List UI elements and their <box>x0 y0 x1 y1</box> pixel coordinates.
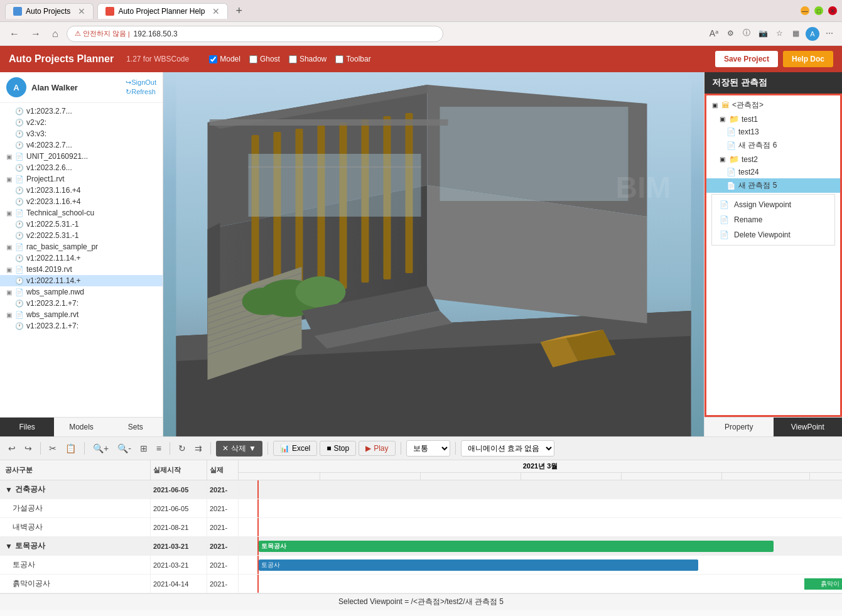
speed-select[interactable]: 보통 느리게 빠르게 <box>406 440 450 457</box>
undo-button[interactable]: ↩ <box>5 441 19 455</box>
redo-button[interactable]: ↪ <box>21 441 35 455</box>
expand-icon[interactable]: ▼ <box>5 485 13 494</box>
tree-item[interactable]: 🕐 v1:2023.2.1.+7: <box>0 320 163 332</box>
sign-out-link[interactable]: ↪SignOut <box>126 78 156 87</box>
stop-button[interactable]: ■ Stop <box>320 441 356 456</box>
context-rename[interactable]: 📄 Rename <box>712 212 834 227</box>
context-delete-viewpoint[interactable]: 📄 Delete Viewpoint <box>712 227 834 242</box>
tab-models[interactable]: Models <box>54 418 108 436</box>
vp-file-test24[interactable]: 📄 test24 <box>706 166 840 178</box>
animation-select[interactable]: 애니메이션 효과 없음 페이드인 <box>461 440 554 457</box>
tab-sets[interactable]: Sets <box>109 418 163 436</box>
tab2-close[interactable]: ✕ <box>212 6 220 16</box>
indent-button[interactable]: ⇉ <box>192 441 205 455</box>
collapse-icon[interactable]: ▣ <box>5 153 13 160</box>
zoom-out-button[interactable]: 🔍- <box>114 441 134 455</box>
warning-icon: ⚠ <box>75 30 81 38</box>
context-assign-viewpoint[interactable]: 📄 Assign Viewpoint <box>712 197 834 212</box>
user-profile-icon[interactable]: A <box>806 27 819 41</box>
tree-item[interactable]: ▣ 📄 Project1.rvt <box>0 173 163 185</box>
tree-item[interactable]: ▣ 📄 wbs_sample.nwd <box>0 286 163 298</box>
settings-icon[interactable]: ⚙ <box>724 27 737 40</box>
gantt-row[interactable]: 가설공사 2021-06-05 2021- <box>0 499 842 518</box>
gantt-row[interactable]: 내벽공사 2021-08-21 2021- <box>0 518 842 537</box>
checkbox-ghost[interactable]: Ghost <box>249 55 280 63</box>
fit-button[interactable]: ⊞ <box>137 441 151 455</box>
play-button[interactable]: ▶ Play <box>359 441 395 456</box>
tab-files[interactable]: Files <box>0 418 54 436</box>
expand-icon[interactable]: ▼ <box>5 542 13 551</box>
align-button[interactable]: ≡ <box>153 441 165 455</box>
collapse-icon[interactable]: ▣ <box>5 244 13 251</box>
tab-auto-projects[interactable]: Auto Projects ✕ <box>5 3 94 19</box>
tree-item[interactable]: 🕐 v1:2023.2.7... <box>0 105 163 117</box>
gantt-row-category[interactable]: ▼ 토목공사 2021-03-21 2021- 토목공사 <box>0 537 842 556</box>
checkbox-model[interactable]: Model <box>209 55 240 63</box>
file-icon: 📄 <box>726 181 736 190</box>
vp-file-viewpoint6[interactable]: 📄 새 관측점 6 <box>706 138 840 153</box>
header-checkboxes: Model Ghost Shadow Toolbar <box>209 55 370 63</box>
collapse-icon[interactable]: ▣ <box>5 289 13 296</box>
checkbox-shadow[interactable]: Shadow <box>289 55 327 63</box>
refresh-link[interactable]: ↻Refresh <box>126 88 156 96</box>
excel-button[interactable]: 📊 Excel <box>273 441 317 456</box>
viewpoint-button[interactable]: ViewPoint <box>774 418 843 436</box>
tree-item[interactable]: 🕐 v1:2023.2.1.+7: <box>0 298 163 309</box>
tree-item[interactable]: 🕐 v1:2023.1.16.+4 <box>0 185 163 196</box>
tree-item[interactable]: 🕐 v4:2023.2.7... <box>0 139 163 151</box>
tree-item[interactable]: 🕐 v2:2022.5.31.-1 <box>0 230 163 241</box>
tab1-close[interactable]: ✕ <box>78 6 85 16</box>
camera-icon[interactable]: 📷 <box>757 27 769 40</box>
delete-button[interactable]: ✕ 삭제 ▼ <box>216 441 262 457</box>
checkbox-toolbar[interactable]: Toolbar <box>335 55 370 63</box>
tree-item[interactable]: 🕐 v2:2023.1.16.+4 <box>0 196 163 207</box>
help-doc-button[interactable]: Help Doc <box>783 51 833 67</box>
gantt-row[interactable]: 흙막이공사 2021-04-14 2021- 흙막이 <box>0 575 842 593</box>
gantt-row[interactable]: 토공사 2021-03-21 2021- 토공사 <box>0 556 842 575</box>
tree-item[interactable]: ▣ 📄 UNIT_20160921... <box>0 151 163 162</box>
forward-button[interactable]: → <box>28 27 44 41</box>
tab-auto-project-planner-help[interactable]: Auto Project Planner Help ✕ <box>97 3 228 19</box>
reader-icon[interactable]: Aᵃ <box>708 27 720 40</box>
vp-file-text13[interactable]: 📄 text13 <box>706 126 840 138</box>
vp-collapse-icon[interactable]: ▣ <box>710 102 719 109</box>
more-icon[interactable]: ⋯ <box>823 27 836 40</box>
collapse-icon[interactable]: ▣ <box>5 210 13 217</box>
collapse-icon[interactable]: ▣ <box>5 266 13 273</box>
window-close[interactable]: ✕ <box>828 6 837 15</box>
cut-button[interactable]: ✂ <box>46 441 60 455</box>
tree-item[interactable]: ▣ 📄 wbs_sample.rvt <box>0 309 163 320</box>
vp-collapse-icon[interactable]: ▣ <box>718 116 726 122</box>
gantt-cell-timeline <box>239 518 842 536</box>
save-project-button[interactable]: Save Project <box>715 51 778 67</box>
vp-folder-test2[interactable]: ▣ 📁 test2 <box>706 153 840 166</box>
tree-item-selected[interactable]: 🕐 v1:2022.11.14.+ <box>0 275 163 286</box>
vp-root[interactable]: ▣ 🏛 <관측점> <box>706 98 840 112</box>
vp-folder-test1[interactable]: ▣ 📁 test1 <box>706 112 840 126</box>
tree-item[interactable]: 🕐 v2:v2: <box>0 117 163 128</box>
paste-button[interactable]: 📋 <box>62 441 79 455</box>
tree-item[interactable]: 🕐 v3:v3: <box>0 128 163 139</box>
home-button[interactable]: ⌂ <box>49 27 62 41</box>
gantt-row-category[interactable]: ▼ 건축공사 2021-06-05 2021- <box>0 480 842 499</box>
collapse-icon[interactable]: ▣ <box>5 311 13 318</box>
vp-file-viewpoint5[interactable]: 📄 새 관측점 5 <box>706 178 840 193</box>
collapse-icon[interactable]: ▣ <box>5 176 13 183</box>
window-minimize[interactable]: — <box>801 6 809 15</box>
tree-item[interactable]: 🕐 v1:2023.2.6... <box>0 162 163 173</box>
star-icon[interactable]: ☆ <box>773 27 785 40</box>
tree-item[interactable]: ▣ 📄 test4.2019.rvt <box>0 264 163 275</box>
refresh-button[interactable]: ↻ <box>175 441 189 455</box>
property-button[interactable]: Property <box>704 418 774 436</box>
tree-item[interactable]: ▣ 📄 Technical_school-cu <box>0 207 163 219</box>
info-icon[interactable]: ⓘ <box>740 27 753 40</box>
tree-item[interactable]: ▣ 📄 rac_basic_sample_pr <box>0 241 163 252</box>
sidebar-icon[interactable]: ▦ <box>789 27 802 40</box>
window-maximize[interactable]: □ <box>814 6 823 15</box>
tree-item[interactable]: 🕐 v1:2022.5.31.-1 <box>0 219 163 230</box>
back-button[interactable]: ← <box>6 27 23 41</box>
new-tab-button[interactable]: + <box>232 3 246 19</box>
zoom-in-button[interactable]: 🔍+ <box>90 441 112 455</box>
tree-item[interactable]: 🕐 v1:2022.11.14.+ <box>0 252 163 264</box>
vp-collapse-icon[interactable]: ▣ <box>718 156 726 163</box>
